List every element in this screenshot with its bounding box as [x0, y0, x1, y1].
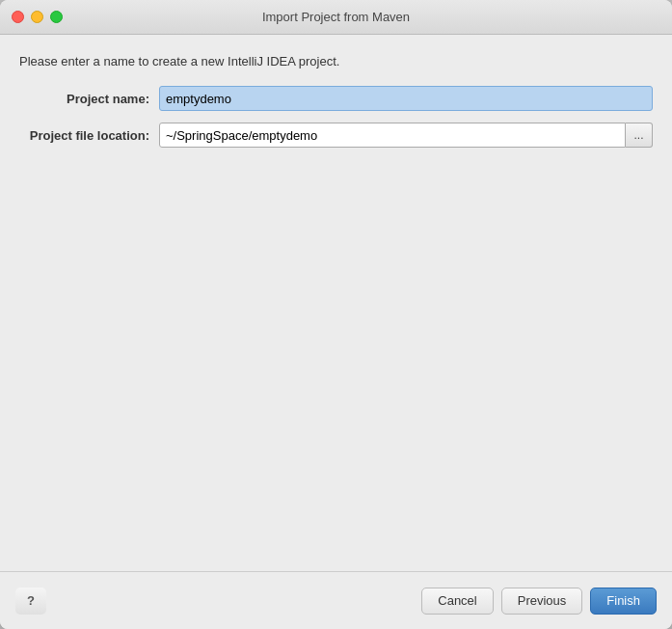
window-title: Import Project from Maven	[262, 10, 410, 24]
form-area: Project name: Project file location: ...	[19, 86, 653, 148]
dialog-window: Import Project from Maven Please enter a…	[0, 0, 672, 629]
close-button[interactable]	[12, 11, 24, 23]
minimize-button[interactable]	[31, 11, 43, 23]
description-text: Please enter a name to create a new Inte…	[19, 54, 653, 68]
cancel-button[interactable]: Cancel	[421, 588, 493, 615]
title-bar: Import Project from Maven	[0, 0, 672, 35]
project-file-location-input[interactable]	[159, 123, 626, 148]
project-name-row: Project name:	[19, 86, 653, 111]
dialog-content: Please enter a name to create a new Inte…	[0, 35, 672, 571]
project-name-input[interactable]	[159, 86, 653, 111]
finish-button[interactable]: Finish	[590, 588, 657, 615]
project-name-label: Project name:	[19, 92, 159, 106]
file-location-row: ...	[159, 123, 653, 148]
traffic-lights	[12, 11, 63, 23]
previous-button[interactable]: Previous	[501, 588, 583, 615]
maximize-button[interactable]	[50, 11, 63, 23]
help-button[interactable]: ?	[15, 588, 46, 615]
bottom-bar: ? Cancel Previous Finish	[0, 571, 672, 629]
bottom-right-buttons: Cancel Previous Finish	[421, 588, 657, 615]
browse-button[interactable]: ...	[626, 123, 653, 148]
project-file-location-label: Project file location:	[19, 128, 159, 143]
project-file-location-row: Project file location: ...	[19, 123, 653, 148]
